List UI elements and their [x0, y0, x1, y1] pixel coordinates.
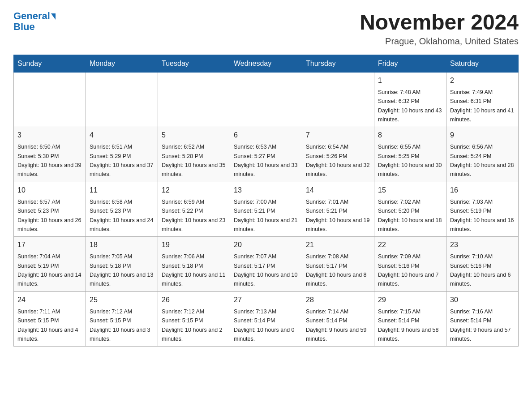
- week-row-2: 3Sunrise: 6:50 AMSunset: 5:30 PMDaylight…: [14, 127, 519, 182]
- calendar-cell: [14, 72, 86, 127]
- calendar-table: SundayMondayTuesdayWednesdayThursdayFrid…: [13, 55, 519, 347]
- calendar-cell: 27Sunrise: 7:13 AMSunset: 5:14 PMDayligh…: [230, 291, 302, 347]
- day-number: 15: [378, 185, 442, 196]
- calendar-cell: 11Sunrise: 6:58 AMSunset: 5:23 PMDayligh…: [86, 182, 158, 237]
- cell-info: Sunrise: 7:12 AMSunset: 5:15 PMDaylight:…: [162, 308, 223, 342]
- day-number: 4: [90, 130, 154, 141]
- calendar-cell: 21Sunrise: 7:08 AMSunset: 5:17 PMDayligh…: [302, 237, 374, 292]
- calendar-cell: 7Sunrise: 6:54 AMSunset: 5:26 PMDaylight…: [302, 127, 374, 182]
- calendar-cell: 30Sunrise: 7:16 AMSunset: 5:14 PMDayligh…: [446, 291, 519, 347]
- weekday-header-wednesday: Wednesday: [230, 55, 302, 72]
- logo: General Blue: [13, 11, 56, 32]
- calendar-cell: 4Sunrise: 6:51 AMSunset: 5:29 PMDaylight…: [86, 127, 158, 182]
- cell-info: Sunrise: 7:13 AMSunset: 5:14 PMDaylight:…: [234, 308, 295, 342]
- day-number: 26: [162, 295, 226, 305]
- cell-info: Sunrise: 7:05 AMSunset: 5:18 PMDaylight:…: [90, 253, 153, 287]
- cell-info: Sunrise: 7:00 AMSunset: 5:21 PMDaylight:…: [234, 199, 297, 232]
- week-row-5: 24Sunrise: 7:11 AMSunset: 5:15 PMDayligh…: [14, 291, 519, 347]
- cell-info: Sunrise: 6:57 AMSunset: 5:23 PMDaylight:…: [17, 199, 81, 232]
- cell-info: Sunrise: 7:16 AMSunset: 5:14 PMDaylight:…: [450, 308, 511, 342]
- weekday-header-tuesday: Tuesday: [158, 55, 230, 72]
- weekday-header-row: SundayMondayTuesdayWednesdayThursdayFrid…: [14, 55, 519, 72]
- day-number: 7: [306, 130, 370, 141]
- location-title: Prague, Oklahoma, United States: [360, 36, 519, 47]
- cell-info: Sunrise: 7:01 AMSunset: 5:21 PMDaylight:…: [306, 199, 369, 232]
- calendar-cell: 28Sunrise: 7:14 AMSunset: 5:14 PMDayligh…: [302, 291, 374, 347]
- cell-info: Sunrise: 7:14 AMSunset: 5:14 PMDaylight:…: [306, 308, 367, 342]
- calendar-cell: 1Sunrise: 7:48 AMSunset: 6:32 PMDaylight…: [374, 72, 446, 127]
- logo-text: General Blue: [13, 11, 56, 32]
- weekday-header-monday: Monday: [86, 55, 158, 72]
- cell-info: Sunrise: 7:08 AMSunset: 5:17 PMDaylight:…: [306, 253, 367, 287]
- calendar-cell: 8Sunrise: 6:55 AMSunset: 5:25 PMDaylight…: [374, 127, 446, 182]
- calendar-cell: 18Sunrise: 7:05 AMSunset: 5:18 PMDayligh…: [86, 237, 158, 292]
- cell-info: Sunrise: 7:04 AMSunset: 5:19 PMDaylight:…: [17, 253, 81, 287]
- day-number: 23: [450, 240, 515, 250]
- day-number: 16: [450, 185, 515, 196]
- cell-info: Sunrise: 6:53 AMSunset: 5:27 PMDaylight:…: [234, 144, 297, 177]
- calendar-cell: 5Sunrise: 6:52 AMSunset: 5:28 PMDaylight…: [158, 127, 230, 182]
- cell-info: Sunrise: 7:06 AMSunset: 5:18 PMDaylight:…: [162, 253, 225, 287]
- week-row-4: 17Sunrise: 7:04 AMSunset: 5:19 PMDayligh…: [14, 237, 519, 292]
- calendar-cell: 14Sunrise: 7:01 AMSunset: 5:21 PMDayligh…: [302, 182, 374, 237]
- day-number: 13: [234, 185, 298, 196]
- cell-info: Sunrise: 6:58 AMSunset: 5:23 PMDaylight:…: [90, 199, 153, 232]
- title-area: November 2024 Prague, Oklahoma, United S…: [360, 11, 519, 47]
- logo-triangle-icon: [51, 13, 56, 20]
- weekday-header-saturday: Saturday: [446, 55, 519, 72]
- day-number: 6: [234, 130, 298, 141]
- day-number: 18: [90, 240, 154, 250]
- day-number: 20: [234, 240, 298, 250]
- cell-info: Sunrise: 6:54 AMSunset: 5:26 PMDaylight:…: [306, 144, 369, 177]
- cell-info: Sunrise: 7:10 AMSunset: 5:16 PMDaylight:…: [450, 253, 511, 287]
- weekday-header-friday: Friday: [374, 55, 446, 72]
- day-number: 27: [234, 295, 298, 305]
- logo-blue: Blue: [13, 21, 35, 32]
- cell-info: Sunrise: 7:48 AMSunset: 6:32 PMDaylight:…: [378, 89, 442, 123]
- calendar-cell: 16Sunrise: 7:03 AMSunset: 5:19 PMDayligh…: [446, 182, 519, 237]
- day-number: 29: [378, 295, 442, 305]
- calendar-cell: 29Sunrise: 7:15 AMSunset: 5:14 PMDayligh…: [374, 291, 446, 347]
- calendar-cell: 2Sunrise: 7:49 AMSunset: 6:31 PMDaylight…: [446, 72, 519, 127]
- day-number: 10: [17, 185, 82, 196]
- calendar-cell: 19Sunrise: 7:06 AMSunset: 5:18 PMDayligh…: [158, 237, 230, 292]
- day-number: 17: [17, 240, 82, 250]
- cell-info: Sunrise: 6:51 AMSunset: 5:29 PMDaylight:…: [90, 144, 153, 177]
- cell-info: Sunrise: 6:59 AMSunset: 5:22 PMDaylight:…: [162, 199, 225, 232]
- week-row-1: 1Sunrise: 7:48 AMSunset: 6:32 PMDaylight…: [14, 72, 519, 127]
- calendar-cell: 23Sunrise: 7:10 AMSunset: 5:16 PMDayligh…: [446, 237, 519, 292]
- month-title: November 2024: [360, 11, 519, 34]
- day-number: 1: [378, 75, 442, 86]
- calendar-cell: 13Sunrise: 7:00 AMSunset: 5:21 PMDayligh…: [230, 182, 302, 237]
- calendar-cell: 15Sunrise: 7:02 AMSunset: 5:20 PMDayligh…: [374, 182, 446, 237]
- calendar-cell: 10Sunrise: 6:57 AMSunset: 5:23 PMDayligh…: [14, 182, 86, 237]
- calendar-cell: 24Sunrise: 7:11 AMSunset: 5:15 PMDayligh…: [14, 291, 86, 347]
- day-number: 19: [162, 240, 226, 250]
- day-number: 21: [306, 240, 370, 250]
- cell-info: Sunrise: 7:09 AMSunset: 5:16 PMDaylight:…: [378, 253, 439, 287]
- cell-info: Sunrise: 7:07 AMSunset: 5:17 PMDaylight:…: [234, 253, 297, 287]
- cell-info: Sunrise: 7:02 AMSunset: 5:20 PMDaylight:…: [378, 199, 442, 232]
- calendar-cell: 20Sunrise: 7:07 AMSunset: 5:17 PMDayligh…: [230, 237, 302, 292]
- day-number: 28: [306, 295, 370, 305]
- calendar-cell: 3Sunrise: 6:50 AMSunset: 5:30 PMDaylight…: [14, 127, 86, 182]
- calendar-cell: [86, 72, 158, 127]
- weekday-header-thursday: Thursday: [302, 55, 374, 72]
- day-number: 30: [450, 295, 515, 305]
- weekday-header-sunday: Sunday: [14, 55, 86, 72]
- cell-info: Sunrise: 7:12 AMSunset: 5:15 PMDaylight:…: [90, 308, 150, 342]
- cell-info: Sunrise: 6:55 AMSunset: 5:25 PMDaylight:…: [378, 144, 442, 177]
- day-number: 14: [306, 185, 370, 196]
- calendar-cell: 9Sunrise: 6:56 AMSunset: 5:24 PMDaylight…: [446, 127, 519, 182]
- cell-info: Sunrise: 6:56 AMSunset: 5:24 PMDaylight:…: [450, 144, 514, 177]
- day-number: 9: [450, 130, 515, 141]
- day-number: 22: [378, 240, 442, 250]
- cell-info: Sunrise: 7:49 AMSunset: 6:31 PMDaylight:…: [450, 89, 514, 123]
- cell-info: Sunrise: 6:52 AMSunset: 5:28 PMDaylight:…: [162, 144, 225, 177]
- day-number: 5: [162, 130, 226, 141]
- calendar-cell: [230, 72, 302, 127]
- day-number: 8: [378, 130, 442, 141]
- week-row-3: 10Sunrise: 6:57 AMSunset: 5:23 PMDayligh…: [14, 182, 519, 237]
- calendar-cell: [302, 72, 374, 127]
- calendar-cell: 6Sunrise: 6:53 AMSunset: 5:27 PMDaylight…: [230, 127, 302, 182]
